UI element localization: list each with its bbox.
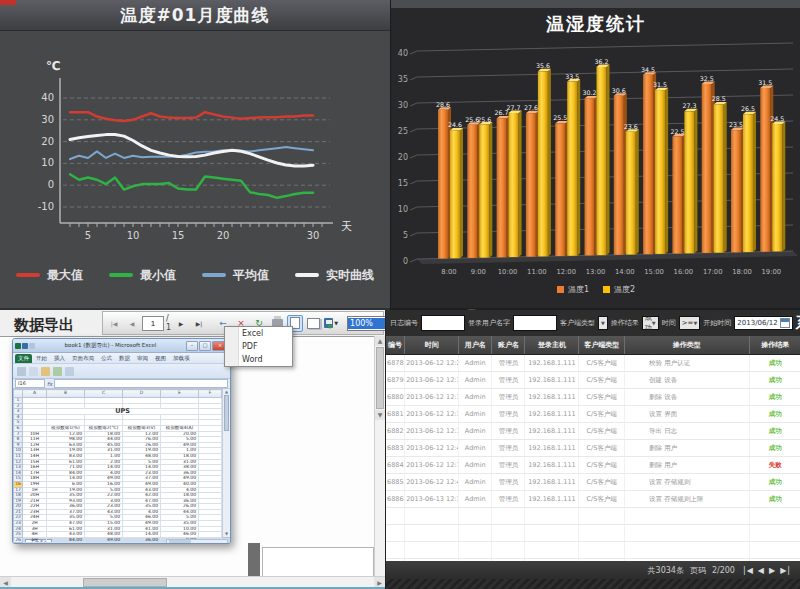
- log-row[interactable]: 68802013-06-12 12:34:23Admin管理员192.168.1…: [386, 389, 800, 406]
- column-header-D[interactable]: D: [123, 390, 161, 398]
- log-cell: 管理员: [492, 389, 525, 406]
- log-column-0[interactable]: 编号: [386, 336, 405, 355]
- cell[interactable]: 43.00: [123, 543, 161, 544]
- minimize-icon[interactable]: –: [186, 341, 198, 351]
- export-format-menu: ExcelPDFWord: [224, 326, 293, 367]
- prev-page-icon[interactable]: ◀: [758, 566, 765, 575]
- cell[interactable]: 模拟数据4(A): [161, 425, 199, 431]
- next-page-icon[interactable]: ▶: [769, 566, 776, 575]
- excel-ribbon-tab-2[interactable]: 插入: [51, 354, 68, 363]
- excel-ribbon-tab-1[interactable]: 开始: [33, 354, 50, 363]
- log-row[interactable]: 68822013-06-12 12:31:45Admin管理员192.168.1…: [386, 423, 800, 440]
- log-column-1[interactable]: 时间: [405, 336, 459, 355]
- excel-ribbon-tab-3[interactable]: 页面布局: [69, 354, 97, 363]
- log-cell: 删除 用户: [625, 440, 750, 457]
- excel-ribbon-tab-4[interactable]: 公式: [98, 354, 115, 363]
- log-row[interactable]: 68832013-06-12 12:42:23Admin管理员192.168.1…: [386, 440, 800, 457]
- excel-grid[interactable]: ABCDEF123UPS456模拟数据1(%)模拟数据2(℃)模拟数据3(V)模…: [13, 389, 222, 544]
- column-header-F[interactable]: F: [199, 390, 222, 398]
- legend-label: 最小值: [140, 267, 176, 284]
- formula-input[interactable]: [54, 379, 228, 388]
- maximize-icon[interactable]: □: [199, 341, 211, 351]
- filter-select-2[interactable]: ▼: [598, 316, 608, 330]
- name-box[interactable]: I16: [15, 379, 45, 388]
- scroll-thumb[interactable]: [83, 578, 167, 587]
- select-all-corner[interactable]: [14, 390, 23, 398]
- log-column-5[interactable]: 客户端类型: [579, 336, 625, 355]
- excel-vertical-scrollbar[interactable]: ▲ ▼: [222, 389, 230, 537]
- svg-text:25.5: 25.5: [553, 114, 567, 121]
- cell[interactable]: 模拟数据3(V): [123, 425, 161, 431]
- scroll-thumb[interactable]: [224, 395, 229, 431]
- scroll-up-icon[interactable]: ▲: [375, 336, 385, 346]
- cell[interactable]: 42.00: [85, 543, 123, 544]
- page-setup-button[interactable]: [305, 315, 321, 332]
- column-header-B[interactable]: B: [47, 390, 85, 398]
- svg-text:30: 30: [398, 101, 408, 110]
- column-header-E[interactable]: E: [161, 390, 199, 398]
- column-header-A[interactable]: A: [23, 390, 47, 398]
- next-page-button[interactable]: ▶: [173, 315, 189, 332]
- prev-page-button[interactable]: ◀: [124, 315, 140, 332]
- excel-titlebar[interactable]: book1 (数据导出) - Microsoft Excel – □ ×: [13, 339, 230, 353]
- svg-text:18:00: 18:00: [732, 268, 752, 276]
- log-cell-empty: [525, 542, 579, 559]
- status-badge: 成功: [749, 355, 800, 372]
- last-page-icon[interactable]: ▶|: [780, 566, 791, 575]
- cell[interactable]: 模拟数据1(%): [47, 425, 85, 431]
- svg-text:℃: ℃: [46, 59, 61, 73]
- log-cell: 管理员: [492, 406, 525, 423]
- scroll-down-icon[interactable]: ▼: [375, 410, 385, 420]
- excel-ribbon-tab-6[interactable]: 审阅: [134, 354, 151, 363]
- log-row[interactable]: 68842013-06-12 12:12:41Admin管理员192.168.1…: [386, 457, 800, 474]
- filter-date-5[interactable]: 2013/06/12: [734, 316, 792, 330]
- cell[interactable]: [199, 543, 222, 544]
- excel-row[interactable]: 276H6.0042.0043.0045.00: [14, 543, 222, 544]
- log-cell: 管理员: [492, 474, 525, 491]
- panel-texture-strip: [386, 579, 800, 589]
- page-number-input[interactable]: [142, 316, 164, 331]
- log-row[interactable]: 68852013-06-12 12:45:21Admin管理员192.168.1…: [386, 474, 800, 491]
- log-column-3[interactable]: 账户名: [492, 336, 525, 355]
- window-corner-accent: [0, 0, 16, 5]
- filter-input-0[interactable]: [421, 315, 465, 331]
- export-menu-item-pdf[interactable]: PDF: [225, 340, 292, 353]
- cell[interactable]: 模拟数据2(℃): [85, 425, 123, 431]
- log-cell: 6884: [386, 457, 405, 474]
- calendar-icon[interactable]: [780, 318, 790, 328]
- filter-select-4[interactable]: >=▼: [679, 316, 701, 330]
- last-page-button[interactable]: ▶|: [191, 315, 207, 332]
- save-icon[interactable]: [22, 343, 28, 349]
- log-row[interactable]: 68782013-06-12 12:21:23Admin管理员192.168.1…: [386, 355, 800, 372]
- scroll-thumb[interactable]: [169, 540, 191, 545]
- column-header-C[interactable]: C: [85, 390, 123, 398]
- cell[interactable]: 6H: [23, 543, 47, 544]
- legend-swatch: [202, 273, 226, 277]
- first-page-icon[interactable]: |◀: [743, 566, 754, 575]
- export-button[interactable]: ▼: [323, 315, 339, 332]
- excel-ribbon-tab-8[interactable]: 加载项: [170, 354, 193, 363]
- excel-ribbon-tab-5[interactable]: 数据: [116, 354, 133, 363]
- report-vertical-scrollbar[interactable]: ▲ ▼: [374, 336, 385, 576]
- first-page-button[interactable]: |◀: [106, 315, 122, 332]
- export-menu-item-excel[interactable]: Excel: [225, 327, 292, 340]
- cell[interactable]: 6.00: [47, 543, 85, 544]
- filter-select-3[interactable]: 成功▼: [642, 316, 659, 330]
- log-column-7[interactable]: 操作结果: [749, 336, 800, 355]
- log-row[interactable]: 68862013-06-13 12:31:23Admin管理员192.168.1…: [386, 491, 800, 508]
- cell[interactable]: 45.00: [161, 543, 199, 544]
- filter-input-1[interactable]: [513, 315, 557, 331]
- scroll-down-icon[interactable]: ▼: [223, 531, 230, 537]
- log-row[interactable]: 68812013-06-12 12:31:34Admin管理员192.168.1…: [386, 406, 800, 423]
- log-row[interactable]: 68792013-06-12 12:32:22Admin管理员192.168.1…: [386, 372, 800, 389]
- export-menu-item-word[interactable]: Word: [225, 353, 292, 366]
- excel-ribbon-tab-7[interactable]: 视图: [152, 354, 169, 363]
- scroll-thumb[interactable]: [376, 347, 384, 409]
- log-table-header: 编号时间用户名账户名登录主机客户端类型操作类型操作结果: [386, 336, 800, 355]
- log-column-2[interactable]: 用户名: [459, 336, 492, 355]
- excel-ribbon-tab-0[interactable]: 文件: [15, 354, 32, 363]
- excel-horizontal-scrollbar[interactable]: [166, 539, 228, 545]
- log-column-4[interactable]: 登录主机: [525, 336, 579, 355]
- log-cell-empty: [405, 542, 459, 559]
- log-column-6[interactable]: 操作类型: [625, 336, 750, 355]
